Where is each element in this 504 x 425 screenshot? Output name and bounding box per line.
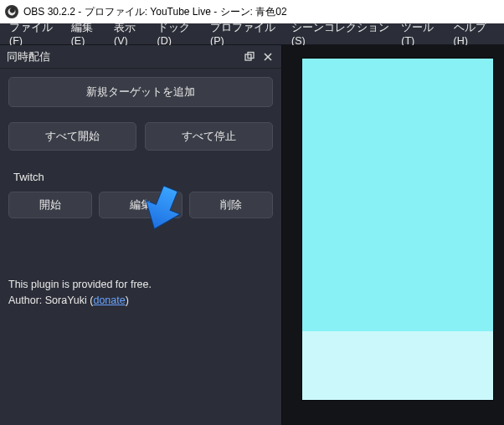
- target-edit-button[interactable]: 編集: [99, 192, 183, 218]
- preview-area: [282, 45, 504, 425]
- workspace: 同時配信 新規ターゲットを追加 すべて開始 すべて停止 Twitch 開始 編集…: [0, 45, 504, 425]
- preview-canvas[interactable]: [302, 59, 493, 400]
- add-target-button[interactable]: 新規ターゲットを追加: [8, 77, 273, 107]
- dock-header: 同時配信: [0, 45, 281, 69]
- footer-author-prefix: Author: SoraYuki (: [8, 294, 93, 306]
- stop-all-button[interactable]: すべて停止: [145, 122, 273, 151]
- target-delete-button[interactable]: 削除: [189, 192, 273, 218]
- obs-app-icon: [5, 5, 18, 18]
- footer-line1: This plugin is provided for free.: [8, 279, 152, 290]
- window-title: OBS 30.2.2 - プロファイル: YouTube Live - シーン:…: [23, 5, 287, 19]
- target-start-button[interactable]: 開始: [8, 192, 92, 218]
- footer-author-suffix: ): [126, 294, 129, 306]
- preview-source-top: [302, 59, 493, 331]
- footer-donate-link[interactable]: donate: [93, 294, 125, 306]
- dock-body: 新規ターゲットを追加 すべて開始 すべて停止 Twitch 開始 編集 削除 T…: [0, 69, 281, 425]
- preview-source-bottom: [302, 331, 493, 400]
- menubar: ファイル(F) 編集(E) 表示(V) ドック(D) プロファイル(P) シーン…: [0, 23, 504, 45]
- dock-title: 同時配信: [7, 49, 238, 64]
- plugin-footer: This plugin is provided for free. Author…: [8, 277, 273, 309]
- dock-close-icon[interactable]: [261, 50, 275, 64]
- multistream-dock: 同時配信 新規ターゲットを追加 すべて開始 すべて停止 Twitch 開始 編集…: [0, 45, 282, 425]
- target-name-label: Twitch: [13, 171, 273, 183]
- start-all-button[interactable]: すべて開始: [8, 122, 136, 151]
- dock-popout-icon[interactable]: [243, 50, 256, 64]
